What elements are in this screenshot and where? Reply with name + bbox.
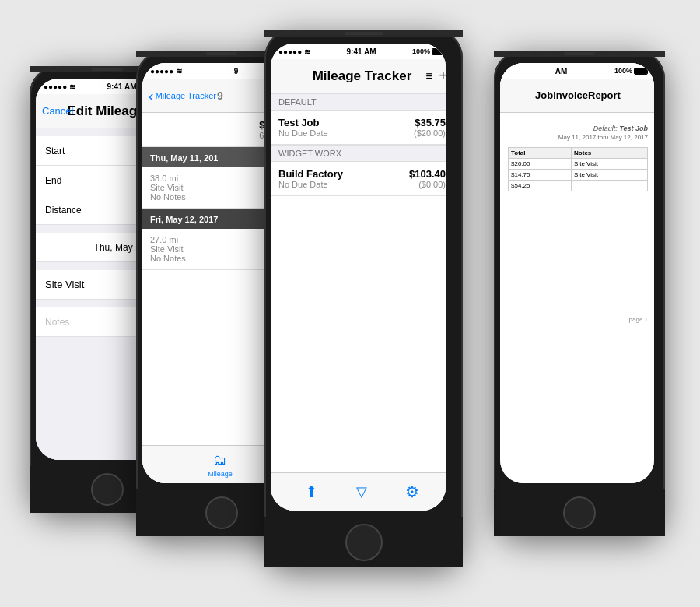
phone3-buildfactory-left: Build Factory No Due Date (278, 168, 343, 189)
phone4-nav-bar: JobInvoiceReport (500, 79, 654, 113)
phone3-status-bar: ●●●●● ≋ 9:41 AM 100% (271, 44, 446, 59)
phone4-row3: $54.25 (509, 181, 648, 191)
phone3-bottom-bar (264, 517, 463, 567)
phone3-section-widgetworx: Widget Worx (271, 145, 446, 162)
phone3-inner: ●●●●● ≋ 9:41 AM 100% Mileage Tracker ≡ + (271, 44, 446, 511)
phone3-testjob-sub: ($20.00) (414, 128, 446, 138)
phone1-start-label: Start (45, 146, 88, 156)
phone3-nav-right: ≡ + (425, 68, 446, 84)
phone3-buildfactory-sub: ($0.00) (409, 180, 446, 189)
phone3-battery-pct: 100% (412, 47, 430, 55)
phone3-toolbar: ⬆ ▽ ⚙ (271, 472, 446, 511)
phone3-testjob-duedate: No Due Date (278, 128, 328, 138)
phone3-job-buildfactory[interactable]: Build Factory No Due Date $103.40 ($0.00… (271, 162, 446, 196)
phone4-battery: 100% (614, 67, 648, 75)
phone3-settings-icon[interactable]: ⚙ (405, 482, 419, 501)
phone4-battery-pct: 100% (614, 67, 632, 75)
phone4-report-header-default: Default: Test Job (508, 125, 648, 132)
phone4-row1: $20.00 Site Visit (509, 159, 648, 170)
phone4-report: Default: Test Job May 11, 2017 thru May … (500, 113, 654, 335)
phone4-home-button[interactable] (563, 496, 596, 529)
phone4-row3-total: $54.25 (509, 181, 572, 191)
phone-invoice-report: AM 100% JobInvoiceReport Default: Test (494, 51, 665, 536)
phone4-page-num: page 1 (508, 316, 648, 323)
phone4-time: AM (555, 67, 568, 75)
phone2-title: 9 (217, 89, 223, 102)
phone3-buildfactory-flex: Build Factory No Due Date $103.40 ($0.00… (278, 168, 446, 189)
phone3-add-icon[interactable]: + (439, 68, 446, 84)
phone4-row3-notes (572, 181, 648, 191)
phone4-status-bar: AM 100% (500, 63, 654, 79)
phone3-time: 9:41 AM (346, 47, 376, 56)
phone3-top-bar (264, 30, 463, 37)
phone4-col-total: Total (509, 148, 572, 159)
phone4-row2-total: $14.75 (509, 170, 572, 181)
phone4-row2: $14.75 Site Visit (509, 170, 648, 181)
phone2-back-label: Mileage Tracker (156, 91, 216, 100)
phone4-col-notes: Notes (572, 148, 648, 159)
phone3-buildfactory-amount: $103.40 (409, 168, 446, 180)
phone1-distance-label: Distance (45, 205, 88, 216)
phone4-default-label: Default: Test Job (593, 125, 648, 132)
phone3-share-icon[interactable]: ⬆ (305, 482, 318, 501)
phone2-back-button[interactable]: Mileage Tracker (149, 88, 216, 104)
phone2-date1-text: Thu, May 11, 201 (150, 153, 218, 163)
phone3-title: Mileage Tracker (313, 68, 412, 84)
phone3-menu-icon[interactable]: ≡ (425, 69, 432, 83)
phone3-speaker (345, 32, 383, 35)
phone4-row1-total: $20.00 (509, 159, 572, 170)
phone3-battery-icon (432, 48, 446, 55)
phone3-buildfactory-right: $103.40 ($0.00) (409, 168, 446, 189)
phone3-signal: ●●●●● ≋ (278, 47, 310, 56)
phone2-tab-icon: 🗂 (213, 452, 227, 468)
speaker-bar (92, 68, 123, 71)
phone1-title: Edit Mileage (67, 104, 144, 119)
phone-jobs-list: ●●●●● ≋ 9:41 AM 100% Mileage Tracker ≡ + (264, 30, 463, 567)
phone4-speaker (564, 52, 595, 55)
phone4-row1-notes: Site Visit (572, 159, 648, 170)
phone3-screen: ●●●●● ≋ 9:41 AM 100% Mileage Tracker ≡ + (271, 44, 446, 511)
phone1-home-button[interactable] (91, 473, 124, 506)
phone2-chevron-icon (149, 88, 154, 104)
phone1-time: 9:41 AM (107, 82, 137, 91)
phone4-inner: AM 100% JobInvoiceReport Default: Test (500, 63, 654, 483)
phone3-battery: 100% (412, 47, 446, 55)
phone2-signal: ●●●●● ≋ (150, 67, 182, 75)
phone1-notes-placeholder: Notes (45, 317, 69, 328)
phone2-speaker (206, 52, 237, 55)
phone4-row2-notes: Site Visit (572, 170, 648, 181)
phone1-cancel-button[interactable]: Cancel (42, 105, 73, 117)
phone4-report-dates: May 11, 2017 thru May 12, 2017 (508, 134, 648, 141)
phone4-battery-icon (634, 68, 648, 75)
phone4-title: JobInvoiceReport (535, 89, 621, 101)
phone3-job-testjob[interactable]: Test Job No Due Date $35.75 ($20.00) (271, 111, 446, 145)
phone4-battery-fill (635, 68, 647, 74)
phone3-testjob-amount: $35.75 (414, 117, 446, 128)
phone3-buildfactory-name: Build Factory (278, 168, 343, 180)
phone3-testjob-right: $35.75 ($20.00) (414, 117, 446, 138)
phone1-signal: ●●●●● ≋ (44, 82, 75, 91)
phone3-content-space (271, 196, 446, 430)
phone3-testjob-left: Test Job No Due Date (278, 117, 328, 138)
phone4-report-table: Total Notes $20.00 Site Visit $14.75 (508, 147, 648, 191)
phone3-filter-icon[interactable]: ▽ (356, 483, 367, 500)
phone3-testjob-flex: Test Job No Due Date $35.75 ($20.00) (278, 117, 446, 138)
phone3-buildfactory-duedate: No Due Date (278, 180, 343, 189)
phone4-screen: AM 100% JobInvoiceReport Default: Test (500, 63, 654, 483)
phone2-date2-text: Fri, May 12, 2017 (150, 215, 218, 224)
phone1-end-label: End (45, 175, 88, 186)
phone3-nav-bar: Mileage Tracker ≡ + (271, 59, 446, 93)
phone3-section-default: Default (271, 93, 446, 111)
phone1-notes-value: Site Visit (45, 279, 84, 290)
phone2-tab-mileage[interactable]: 🗂 Mileage (208, 452, 233, 478)
phone2-tab-label: Mileage (208, 470, 233, 478)
phone3-testjob-name: Test Job (278, 117, 328, 128)
scene: ●●●●● ≋ 9:41 AM Cancel Edit Mileage Star… (16, 23, 684, 584)
phone3-home-button[interactable] (345, 524, 383, 561)
phone2-home-button[interactable] (205, 496, 238, 529)
phone2-time: 9 (234, 67, 239, 75)
phone4-bottom-bar (494, 489, 665, 536)
phone4-top-bar (494, 51, 665, 57)
phone3-battery-fill (432, 49, 445, 54)
